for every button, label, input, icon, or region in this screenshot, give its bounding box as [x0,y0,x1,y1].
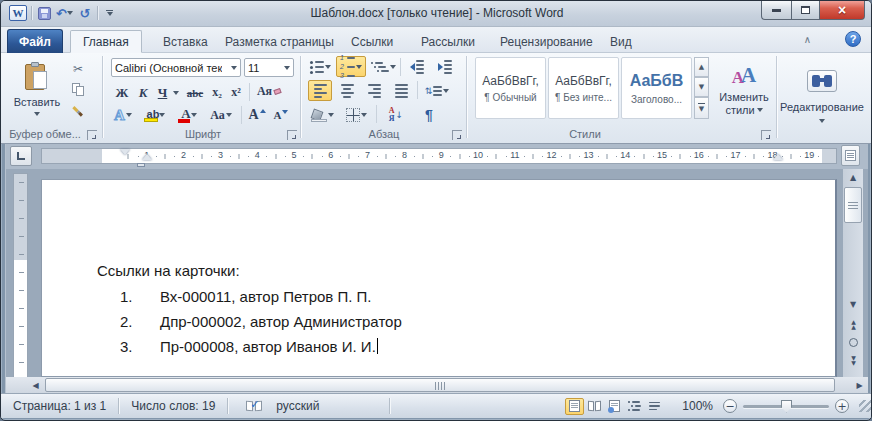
paste-dropdown-arrow[interactable] [34,112,40,116]
horizontal-scrollbar[interactable]: ◀ ▶ [6,377,868,393]
tab-file[interactable]: Файл [7,29,63,53]
left-indent-marker[interactable] [137,163,145,167]
zoom-out-button[interactable]: − [723,399,737,413]
styles-dialog-launcher[interactable] [761,130,771,140]
list-item[interactable]: 1.Вх-000011, автор Петров П. П. [120,288,372,305]
zoom-slider-thumb[interactable] [781,400,792,413]
vertical-scrollbar[interactable]: ▲ ▼ ▲▲ ▼▼ [843,169,863,377]
font-color-button[interactable]: А [175,105,203,125]
multilevel-list-button[interactable] [369,57,397,77]
tab-stop-selector[interactable] [10,146,32,166]
select-browse-object-button[interactable] [844,335,862,350]
font-dialog-launcher[interactable] [287,130,297,140]
language-indicator[interactable]: русский [272,399,323,413]
underline-button[interactable]: Ч [154,83,171,102]
first-line-indent-marker[interactable] [120,149,130,155]
styles-scroll-down-button[interactable]: ▼ [694,77,709,97]
line-spacing-button[interactable]: ⇅ [422,80,452,101]
style-normal[interactable]: АаБбВвГг, ¶ Обычный [475,57,546,119]
scroll-up-button[interactable]: ▲ [844,170,862,185]
editing-button[interactable]: Редактирование [785,57,859,135]
clear-formatting-button[interactable]: Ая [255,81,283,102]
numbering-button[interactable]: 1 2 3 [336,56,366,77]
hanging-indent-marker[interactable] [142,154,152,160]
shrink-font-button[interactable]: А [270,105,292,125]
zoom-level[interactable]: 100% [678,399,717,413]
right-indent-marker[interactable] [773,154,783,160]
list-item[interactable]: 2.Дпр-000002, автор Администратор [120,313,402,330]
highlight-button[interactable]: ab [140,105,172,125]
font-name-combo[interactable]: Calibri (Основной тек [111,58,241,77]
styles-scroll-up-button[interactable]: ▲ [694,57,709,77]
web-layout-view-button[interactable] [605,398,624,415]
show-marks-button[interactable]: ¶ [417,104,441,125]
borders-button[interactable] [341,104,371,125]
tab-home[interactable]: Главная [70,30,142,53]
zoom-in-button[interactable]: + [835,399,849,413]
sort-button[interactable]: А Я ↓ [382,104,410,125]
paste-button[interactable]: Вставить [15,57,59,121]
tab-view[interactable]: Вид [598,30,644,53]
resize-grip[interactable] [859,400,871,412]
minimize-button[interactable] [761,1,791,20]
justify-button[interactable] [389,80,413,101]
fullscreen-reading-view-button[interactable] [585,398,604,415]
previous-page-button[interactable]: ▲▲ [844,317,862,332]
styles-more-button[interactable]: ▼ [694,97,709,119]
tab-page-layout[interactable]: Разметка страницы [213,30,346,53]
word-count[interactable]: Число слов: 19 [127,399,219,413]
font-size-combo[interactable]: 11 [244,58,294,77]
vertical-scroll-thumb[interactable] [844,187,862,223]
tab-mailings[interactable]: Рассылки [409,30,487,53]
zoom-slider-track[interactable] [743,405,829,408]
next-page-button[interactable]: ▼▼ [844,353,862,368]
style-no-spacing[interactable]: АаБбВвГг, ¶ Без инте... [548,57,619,119]
list-item[interactable]: 3.Пр-000008, автор Иванов И. И. [120,338,378,355]
cut-button[interactable]: ✂ [65,59,91,78]
horizontal-scroll-thumb[interactable] [45,378,835,392]
triangle-down-icon: ▼ [850,300,856,309]
align-left-button[interactable] [308,80,332,101]
paragraph-heading[interactable]: Ссылки на карточки: [97,262,240,279]
close-button[interactable]: × [820,1,865,20]
ruler-toggle-button[interactable] [841,145,860,166]
document-page[interactable]: Ссылки на карточки: 1.Вх-000011, автор П… [41,179,837,377]
tab-insert[interactable]: Вставка [151,30,220,53]
grow-font-button[interactable]: А [246,105,268,125]
increase-indent-button[interactable] [433,57,457,77]
scroll-right-button[interactable]: ▶ [852,378,867,392]
copy-button[interactable] [65,80,91,99]
scroll-down-button[interactable]: ▼ [844,297,862,312]
subscript-button[interactable]: x₂ [208,83,226,102]
align-right-button[interactable] [362,80,386,101]
tab-references[interactable]: Ссылки [339,30,405,53]
collapse-ribbon-button[interactable]: ∧ [804,34,811,45]
clipboard-dialog-launcher[interactable] [87,130,97,140]
change-case-button[interactable]: Аа [206,105,236,125]
help-button[interactable]: ? [845,31,861,47]
maximize-button[interactable] [791,1,820,20]
scroll-left-button[interactable]: ◀ [28,378,43,392]
page-indicator[interactable]: Страница: 1 из 1 [9,399,110,413]
superscript-button[interactable]: x² [227,83,245,102]
underline-dropdown[interactable] [171,83,181,102]
bullets-button[interactable] [307,57,333,77]
decrease-indent-button[interactable] [405,57,429,77]
outline-view-button[interactable] [625,398,644,415]
text-effects-button[interactable]: А [109,105,137,125]
proofing-icon[interactable]: ✓ [246,401,262,412]
style-heading1[interactable]: АаБбВ Заголово... [621,57,692,119]
italic-button[interactable]: K [134,83,152,102]
paragraph-dialog-launcher[interactable] [452,130,462,140]
horizontal-ruler[interactable]: 12345678910111213141516171819 [41,148,837,164]
vertical-ruler[interactable] [13,173,28,377]
bold-button[interactable]: Ж [113,83,131,102]
tab-review[interactable]: Рецензирование [488,30,605,53]
strikethrough-button[interactable]: abc [183,83,207,102]
format-painter-button[interactable] [65,101,91,120]
shading-button[interactable] [306,104,338,125]
change-styles-button[interactable]: А А Изменить стили [715,57,773,123]
print-layout-view-button[interactable] [565,398,584,415]
draft-view-button[interactable] [645,398,664,415]
align-center-button[interactable] [335,80,359,101]
